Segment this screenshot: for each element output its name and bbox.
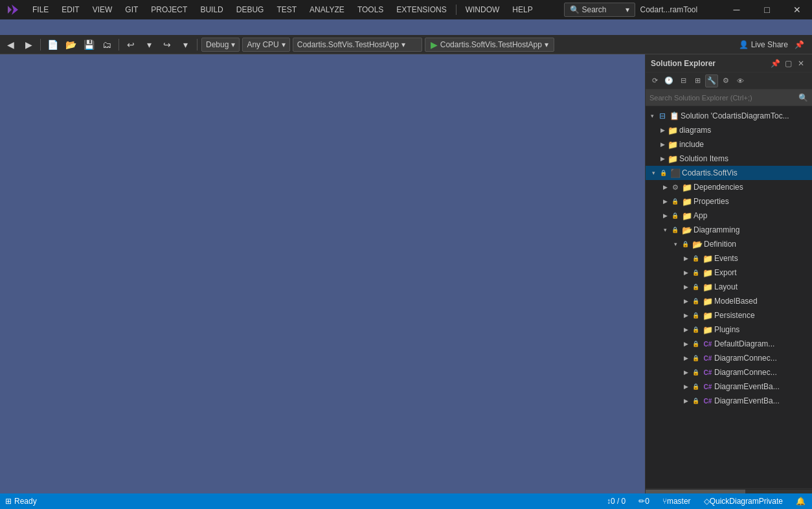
debug-config-dropdown[interactable]: Debug ▾ <box>201 38 240 52</box>
menu-help[interactable]: HELP <box>506 0 539 19</box>
diagramconnec1-expand-icon[interactable]: ▶ <box>681 351 691 365</box>
se-maximize-button[interactable]: ▢ <box>782 58 794 69</box>
tree-item-modelbased[interactable]: ▶ 🔒 📁 ModelBased <box>646 294 812 308</box>
menu-window[interactable]: WINDOW <box>459 0 506 19</box>
tree-item-plugins[interactable]: ▶ 🔒 📁 Plugins <box>646 322 812 337</box>
status-branch[interactable]: ⑂ master <box>656 493 697 509</box>
tree-item-app[interactable]: ▶ 🔒 📁 App <box>646 209 812 223</box>
tree-item-solution[interactable]: ▾ ⊟ 📋 Solution 'CodartisDiagramToc... <box>646 109 812 123</box>
tree-item-project[interactable]: ▾ 🔒 ⬛ Codartis.SoftVis <box>646 166 812 180</box>
tree-item-properties[interactable]: ▶ 🔒 📁 Properties <box>646 194 812 209</box>
open-button[interactable]: 📂 <box>63 38 78 52</box>
diagrameventb1-expand-icon[interactable]: ▶ <box>681 379 691 394</box>
new-file-button[interactable]: 📄 <box>45 38 60 52</box>
lock-diagrameventb1: 🔒 <box>691 381 701 392</box>
close-button[interactable]: ✕ <box>783 0 812 19</box>
se-collapse-button[interactable]: ⊟ <box>677 74 690 87</box>
redo-button[interactable]: ↪ <box>159 38 175 52</box>
status-coordinates[interactable]: ↕ 0 / 0 <box>600 493 632 509</box>
se-history-button[interactable]: 🕐 <box>662 74 675 87</box>
tree-item-events[interactable]: ▶ 🔒 📁 Events <box>646 251 812 266</box>
include-expand-icon[interactable]: ▶ <box>657 137 668 152</box>
include-label: include <box>679 140 704 149</box>
tree-item-diagramconnec2[interactable]: ▶ 🔒 C# DiagramConnec... <box>646 365 812 379</box>
menu-test[interactable]: TEST <box>270 0 303 19</box>
persistence-expand-icon[interactable]: ▶ <box>681 308 691 322</box>
tree-item-diagramconnec1[interactable]: ▶ 🔒 C# DiagramConnec... <box>646 351 812 365</box>
se-scrollbar-horizontal[interactable] <box>646 488 812 493</box>
menu-edit[interactable]: EDIT <box>55 0 85 19</box>
redo-dropdown[interactable]: ▾ <box>177 38 193 52</box>
diagramconnec2-expand-icon[interactable]: ▶ <box>681 365 691 379</box>
startup-project-dropdown[interactable]: Codartis.SoftVis.TestHostApp ▾ <box>293 38 422 52</box>
menu-extensions[interactable]: EXTENSIONS <box>390 0 453 19</box>
tree-item-diagrameventb1[interactable]: ▶ 🔒 C# DiagramEventBa... <box>646 379 812 394</box>
tree-item-persistence[interactable]: ▶ 🔒 📁 Persistence <box>646 308 812 322</box>
menu-git[interactable]: GIT <box>118 0 144 19</box>
plugins-folder: 📁 <box>703 324 713 335</box>
export-expand-icon[interactable]: ▶ <box>681 266 691 280</box>
se-filter-button[interactable]: 🔧 <box>705 74 718 87</box>
live-share-button[interactable]: 👤 Live Share 📌 <box>734 40 809 49</box>
se-search-input[interactable] <box>649 94 798 102</box>
se-preview-button[interactable]: 👁 <box>734 74 747 87</box>
defaultdiagram-expand-icon[interactable]: ▶ <box>681 337 691 351</box>
save-all-button[interactable]: 🗂 <box>99 38 115 52</box>
save-button[interactable]: 💾 <box>81 38 96 52</box>
lock-diagramconnec1: 🔒 <box>691 353 701 363</box>
tree-item-solution-items[interactable]: ▶ 📁 Solution Items <box>646 152 812 166</box>
plugins-expand-icon[interactable]: ▶ <box>681 322 691 337</box>
menu-project[interactable]: PROJECT <box>144 0 194 19</box>
tree-item-diagrameventb2[interactable]: ▶ 🔒 C# DiagramEventBa... <box>646 394 812 408</box>
se-home-button[interactable]: ⊞ <box>691 74 704 87</box>
se-sync-button[interactable]: ⟳ <box>648 74 661 87</box>
menu-view[interactable]: VIEW <box>86 0 119 19</box>
tree-item-diagrams[interactable]: ▶ 📁 diagrams <box>646 123 812 137</box>
tree-item-defaultdiagram[interactable]: ▶ 🔒 C# DefaultDiagram... <box>646 337 812 351</box>
dependencies-expand-icon[interactable]: ▶ <box>660 180 670 194</box>
menu-file[interactable]: FILE <box>26 0 55 19</box>
forward-button[interactable]: ▶ <box>21 38 36 52</box>
run-button[interactable]: ▶ Codartis.SoftVis.TestHostApp ▾ <box>425 38 554 52</box>
tree-item-include[interactable]: ▶ 📁 include <box>646 137 812 152</box>
tree-item-definition[interactable]: ▾ 🔒 📂 Definition <box>646 237 812 251</box>
se-close-button[interactable]: ✕ <box>795 58 807 69</box>
platform-dropdown[interactable]: Any CPU ▾ <box>242 38 289 52</box>
status-bell[interactable]: 🔔 <box>789 493 812 509</box>
events-expand-icon[interactable]: ▶ <box>681 251 691 266</box>
menu-debug[interactable]: DEBUG <box>230 0 271 19</box>
tree-item-diagramming[interactable]: ▾ 🔒 📂 Diagramming <box>646 223 812 237</box>
diagramming-expand-icon[interactable]: ▾ <box>660 223 670 237</box>
se-tree[interactable]: ▾ ⊟ 📋 Solution 'CodartisDiagramToc... ▶ … <box>646 106 812 488</box>
project-expand-icon[interactable]: ▾ <box>648 166 659 180</box>
diagrameventb2-expand-icon[interactable]: ▶ <box>681 394 691 408</box>
se-pin-button[interactable]: 📌 <box>769 58 781 69</box>
se-hscroll-thumb[interactable] <box>646 490 745 493</box>
definition-expand-icon[interactable]: ▾ <box>670 237 681 251</box>
solution-expand-icon[interactable]: ▾ <box>647 109 657 123</box>
se-settings-button[interactable]: ⚙ <box>719 74 732 87</box>
undo-button[interactable]: ↩ <box>123 38 139 52</box>
menu-analyze[interactable]: ANALYZE <box>303 0 351 19</box>
diagramconnec1-cs-icon: C# <box>703 353 713 363</box>
tree-item-layout[interactable]: ▶ 🔒 📁 Layout <box>646 280 812 294</box>
menu-build[interactable]: BUILD <box>194 0 229 19</box>
solution-items-expand-icon[interactable]: ▶ <box>657 152 668 166</box>
tree-item-dependencies[interactable]: ▶ ⚙ 📁 Dependencies <box>646 180 812 194</box>
menu-tools[interactable]: TOOLS <box>351 0 390 19</box>
status-edits[interactable]: ✏ 0 <box>632 493 656 509</box>
startup-project-label: Codartis.SoftVis.TestHostApp <box>297 40 399 49</box>
modelbased-expand-icon[interactable]: ▶ <box>681 294 691 308</box>
undo-dropdown[interactable]: ▾ <box>141 38 157 52</box>
properties-expand-icon[interactable]: ▶ <box>660 194 670 209</box>
diagrams-expand-icon[interactable]: ▶ <box>657 123 668 137</box>
maximize-button[interactable]: □ <box>752 0 782 19</box>
back-button[interactable]: ◀ <box>3 38 18 52</box>
layout-expand-icon[interactable]: ▶ <box>681 280 691 294</box>
title-search-box[interactable]: 🔍 Search ▾ <box>564 3 635 17</box>
events-label: Events <box>714 254 738 263</box>
app-expand-icon[interactable]: ▶ <box>660 209 670 223</box>
tree-item-export[interactable]: ▶ 🔒 📁 Export <box>646 266 812 280</box>
minimize-button[interactable]: ─ <box>722 0 751 19</box>
status-project[interactable]: ◇ QuickDiagramPrivate <box>697 493 789 509</box>
